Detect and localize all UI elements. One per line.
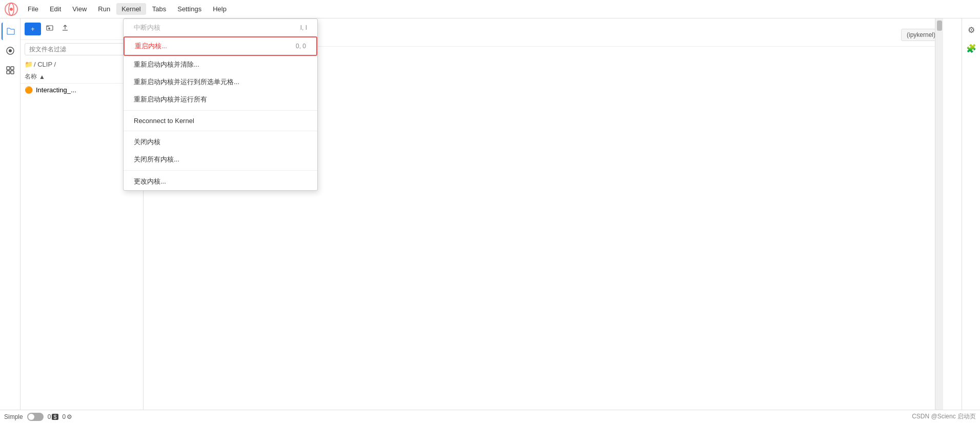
change-kernel-label: 更改内核... — [134, 177, 166, 186]
status-right-text: CSDN @Scienc 启动页 — [912, 412, 976, 421]
divider-2 — [124, 131, 317, 131]
kernel-menu-restart-clear[interactable]: 重新启动内核并清除... — [124, 56, 317, 73]
restart-run-all-label: 重新启动内核并运行所有 — [134, 95, 207, 104]
mode-label: Simple — [4, 413, 23, 420]
new-button[interactable]: + + — [25, 23, 41, 35]
interrupt-shortcut: I, I — [300, 24, 307, 31]
kernel-menu-shutdown[interactable]: 关闭内核 — [124, 133, 317, 151]
plus-icon: + — [31, 25, 35, 33]
menu-file[interactable]: File — [23, 3, 44, 15]
status-count2-area: 0 ⚙ — [63, 413, 73, 420]
svg-rect-9 — [47, 26, 49, 27]
file-name: Interacting_... — [36, 86, 76, 94]
mode-toggle[interactable] — [27, 413, 44, 421]
count2-value: 0 — [63, 413, 66, 420]
svg-rect-7 — [7, 71, 10, 74]
sort-icon: ▲ — [39, 73, 45, 80]
app-logo — [4, 2, 18, 16]
kernel-menu-restart-run-all[interactable]: 重新启动内核并运行所有 — [124, 91, 317, 108]
svg-point-2 — [10, 8, 13, 11]
restart-label: 重启内核... — [135, 42, 167, 51]
upload-folder-button[interactable] — [43, 22, 56, 36]
sidebar-icon-running[interactable] — [2, 42, 19, 59]
breadcrumb-path: / CLIP / — [34, 61, 56, 68]
settings-status-icon[interactable]: ⚙ — [67, 413, 72, 420]
file-search-input[interactable] — [25, 43, 139, 55]
restart-clear-label: 重新启动内核并清除... — [134, 60, 199, 69]
svg-point-4 — [9, 49, 12, 52]
menu-kernel[interactable]: Kernel — [116, 3, 146, 15]
file-search-area — [25, 43, 139, 55]
sidebar-icon-files[interactable] — [2, 23, 19, 40]
status-count1-area: 0 $ — [48, 413, 58, 420]
count1-value: 0 — [48, 413, 51, 420]
upload-button[interactable] — [58, 22, 72, 36]
settings-right-icon[interactable]: ⚙ — [964, 23, 978, 37]
name-column-label: 名称 — [25, 72, 37, 81]
interrupt-label: 中断内核 — [134, 23, 160, 32]
restart-shortcut: 0, 0 — [296, 43, 306, 50]
main-scrollbar[interactable] — [935, 18, 943, 410]
menu-settings[interactable]: Settings — [172, 3, 207, 15]
toggle-knob — [28, 414, 34, 420]
folder-icon-small: 📁 — [25, 61, 33, 68]
kernel-menu-reconnect[interactable]: Reconnect to Kernel — [124, 113, 317, 129]
right-panel: ⚙ 🧩 — [962, 18, 980, 423]
sidebar-icons — [0, 18, 21, 423]
svg-rect-8 — [11, 71, 14, 74]
menu-view[interactable]: View — [67, 3, 92, 15]
menu-bar: File Edit View Run Kernel Tabs Settings … — [0, 0, 980, 18]
reconnect-label: Reconnect to Kernel — [134, 117, 194, 125]
sidebar-icon-extensions[interactable] — [2, 62, 19, 79]
svg-rect-6 — [11, 67, 14, 70]
kernel-menu-restart[interactable]: 重启内核... 0, 0 — [124, 36, 317, 56]
menu-tabs[interactable]: Tabs — [147, 3, 171, 15]
menu-edit[interactable]: Edit — [45, 3, 66, 15]
divider-1 — [124, 110, 317, 111]
restart-run-sel-label: 重新启动内核并运行到所选单元格... — [134, 77, 239, 87]
divider-3 — [124, 170, 317, 171]
dollar-icon: $ — [52, 414, 58, 420]
kernel-menu-restart-run-selected[interactable]: 重新启动内核并运行到所选单元格... — [124, 73, 317, 91]
extension-right-icon[interactable]: 🧩 — [964, 41, 978, 55]
menu-run[interactable]: Run — [93, 3, 115, 15]
kernel-menu-shutdown-all[interactable]: 关闭所有内核... — [124, 151, 317, 168]
svg-rect-5 — [7, 67, 10, 70]
shutdown-all-label: 关闭所有内核... — [134, 155, 179, 164]
menu-help[interactable]: Help — [208, 3, 232, 15]
kernel-menu-interrupt[interactable]: 中断内核 I, I — [124, 19, 317, 36]
file-icon: 🟠 — [25, 86, 33, 94]
kernel-menu-change[interactable]: 更改内核... — [124, 173, 317, 190]
status-bar: Simple 0 $ 0 ⚙ CSDN @Scienc 启动页 — [0, 410, 980, 423]
shutdown-label: 关闭内核 — [134, 137, 160, 147]
kernel-dropdown-menu: 中断内核 I, I 重启内核... 0, 0 重新启动内核并清除... 重新启动… — [123, 18, 318, 191]
